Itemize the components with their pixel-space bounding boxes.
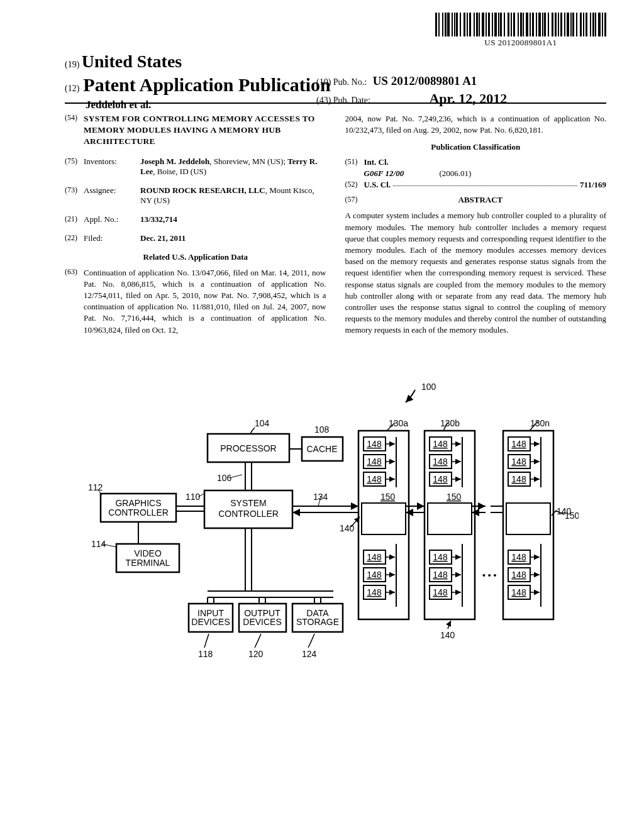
svg-text:148: 148 <box>433 570 448 580</box>
pubno-value: US 2012/0089801 A1 <box>373 74 477 87</box>
ref-124: 124 <box>302 649 317 659</box>
pubno-num: (10) <box>316 77 331 87</box>
title-row: (54) SYSTEM FOR CONTROLLING MEMORY ACCES… <box>65 113 326 148</box>
intcl-code-row: G06F 12/00 (2006.01) <box>364 169 607 179</box>
assignee-value: ROUND ROCK RESEARCH, LLC, Mount Kisco, N… <box>140 185 326 206</box>
assignee-row: (73) Assignee: ROUND ROCK RESEARCH, LLC,… <box>65 185 326 206</box>
applno-row: (21) Appl. No.: 13/332,714 <box>65 214 326 224</box>
applno-label: Appl. No.: <box>84 214 140 224</box>
svg-text:148: 148 <box>433 587 448 597</box>
intcl-row: (51) Int. Cl. <box>345 157 607 167</box>
pubdate-line: (43) Pub. Date: Apr. 12, 2012 <box>316 91 507 107</box>
video-label-1: VIDEO <box>134 548 162 558</box>
uscl-num: (52) <box>345 180 364 190</box>
ref-114: 114 <box>91 539 106 549</box>
filed-value: Dec. 21, 2011 <box>140 233 326 243</box>
ref-118: 118 <box>198 649 213 659</box>
applno-value: 13/332,714 <box>140 214 326 224</box>
cache-label: CACHE <box>306 444 337 454</box>
intcl-label: Int. Cl. <box>364 157 389 167</box>
filed-row: (22) Filed: Dec. 21, 2011 <box>65 233 326 243</box>
abstract-row: (57) ABSTRACT <box>345 195 607 209</box>
left-column: (54) SYSTEM FOR CONTROLLING MEMORY ACCES… <box>65 113 326 345</box>
abstract-num: (57) <box>345 195 364 209</box>
memory-module-130b: 130b 148 148 148 150 148 148 148 <box>425 418 475 619</box>
svg-text:148: 148 <box>367 587 382 597</box>
continuation-text: 2004, now Pat. No. 7,249,236, which is a… <box>345 113 607 136</box>
svg-text:148: 148 <box>433 456 448 467</box>
svg-text:148: 148 <box>511 570 526 580</box>
ref-112: 112 <box>88 482 103 492</box>
ref-150-right: 150 <box>565 511 579 521</box>
columns: (54) SYSTEM FOR CONTROLLING MEMORY ACCES… <box>65 113 606 345</box>
svg-text:148: 148 <box>367 570 382 580</box>
filed-num: (22) <box>65 233 84 243</box>
country-name: United States <box>82 52 182 71</box>
barcode-text: US 20120089801A1 <box>435 38 606 48</box>
svg-text:150: 150 <box>447 492 462 502</box>
uscl-value: 711/169 <box>580 180 606 190</box>
ref-100: 100 <box>421 382 436 392</box>
graphics-label-2: CONTROLLER <box>108 507 169 517</box>
abstract-head: ABSTRACT <box>458 195 503 205</box>
abstract-text: A computer system includes a memory hub … <box>345 210 607 336</box>
svg-text:148: 148 <box>511 474 526 484</box>
pubno-line: (10) Pub. No.: US 2012/0089801 A1 <box>316 74 507 88</box>
svg-rect-43 <box>362 503 406 534</box>
barcode <box>435 13 606 36</box>
svg-text:148: 148 <box>367 456 382 467</box>
dots-icon <box>393 180 577 186</box>
cache-ref: 108 <box>314 424 330 434</box>
inventors-label: Inventors: <box>84 157 140 177</box>
svg-text:148: 148 <box>367 439 382 449</box>
processor-label: PROCESSOR <box>220 443 276 453</box>
pub-num: (12) <box>65 84 79 94</box>
svg-text:148: 148 <box>433 552 448 562</box>
inventors-num: (75) <box>65 157 84 177</box>
video-label-2: TERMINAL <box>126 558 170 568</box>
intcl-code: G06F 12/00 <box>364 169 440 179</box>
right-column: 2004, now Pat. No. 7,249,236, which is a… <box>345 113 607 345</box>
related-head: Related U.S. Application Data <box>65 252 326 262</box>
input-label-2: DEVICES <box>191 617 230 627</box>
country-num: (19) <box>65 60 79 69</box>
svg-text:148: 148 <box>433 439 448 449</box>
svg-rect-68 <box>428 503 472 534</box>
svg-text:148: 148 <box>367 552 382 562</box>
intcl-date: (2006.01) <box>440 169 472 179</box>
svg-text:148: 148 <box>511 456 526 467</box>
divider <box>65 102 606 104</box>
related-text: Continuation of application No. 13/047,0… <box>84 267 326 336</box>
svg-text:148: 148 <box>433 474 448 484</box>
output-label-2: DEVICES <box>243 617 281 627</box>
sysctrl-label-1: SYSTEM <box>230 498 267 508</box>
uscl-row: (52) U.S. Cl. 711/169 <box>345 180 607 190</box>
svg-rect-92 <box>506 503 550 534</box>
related-row: (63) Continuation of application No. 13/… <box>65 267 326 336</box>
barcode-region: US 20120089801A1 <box>435 13 606 48</box>
ellipsis: • • • <box>482 570 497 580</box>
title-num: (54) <box>65 113 84 148</box>
svg-text:148: 148 <box>511 587 526 597</box>
svg-text:148: 148 <box>367 474 382 484</box>
svg-text:148: 148 <box>511 552 526 562</box>
ref-130b: 130b <box>440 418 460 428</box>
svg-text:148: 148 <box>511 439 526 449</box>
uscl-label: U.S. Cl. <box>364 180 391 190</box>
applno-num: (21) <box>65 214 84 224</box>
ref-140-bottom: 140 <box>440 630 455 640</box>
ref-140-left: 140 <box>340 523 355 533</box>
country-line: (19) United States <box>65 52 606 72</box>
inventors-value: Joseph M. Jeddeloh, Shoreview, MN (US); … <box>140 157 326 177</box>
inventors-row: (75) Inventors: Joseph M. Jeddeloh, Shor… <box>65 157 326 177</box>
pubno-label: Pub. No.: <box>333 77 367 87</box>
pub-type: Patent Application Publication <box>83 74 330 96</box>
svg-rect-55 <box>425 431 475 619</box>
storage-label-2: STORAGE <box>296 617 339 627</box>
svg-rect-30 <box>358 431 409 619</box>
assignee-label: Assignee: <box>84 185 140 206</box>
sysctrl-label-2: CONTROLLER <box>218 509 279 519</box>
svg-rect-80 <box>503 431 553 619</box>
ref-120: 120 <box>248 649 264 659</box>
processor-ref: 104 <box>255 418 270 428</box>
